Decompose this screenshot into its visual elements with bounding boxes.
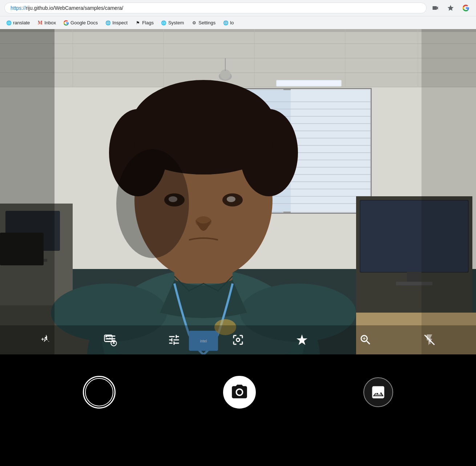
settings-icon: ⚙ bbox=[191, 20, 197, 26]
camera-icon bbox=[230, 383, 249, 401]
browser-chrome: https://riju.github.io/WebCamera/samples… bbox=[0, 0, 476, 29]
bookmark-google-docs[interactable]: Google Docs bbox=[60, 19, 101, 27]
translate-icon: 🌐 bbox=[6, 20, 12, 26]
inspect-icon: 🌐 bbox=[105, 20, 111, 26]
zoom-control[interactable] bbox=[358, 332, 374, 348]
flags-icon: ⚑ bbox=[135, 20, 141, 26]
google-docs-icon bbox=[63, 20, 69, 26]
star-icon[interactable] bbox=[445, 2, 456, 14]
svg-rect-76 bbox=[105, 336, 115, 337]
bookmark-settings-label: Settings bbox=[198, 20, 215, 25]
focus-control[interactable] bbox=[230, 332, 246, 348]
camera-viewport: intel +/- bbox=[0, 29, 476, 354]
capture-button[interactable] bbox=[223, 376, 256, 409]
browser-icons bbox=[429, 2, 472, 14]
hdr-control[interactable] bbox=[294, 332, 310, 348]
bookmark-inbox[interactable]: M Inbox bbox=[34, 19, 59, 27]
sliders-control[interactable] bbox=[166, 332, 182, 348]
bookmark-system-label: System bbox=[168, 20, 184, 25]
svg-rect-74 bbox=[421, 29, 476, 354]
flash-off-control[interactable] bbox=[421, 332, 437, 348]
system-icon: 🌐 bbox=[161, 20, 167, 26]
bookmark-settings[interactable]: ⚙ Settings bbox=[188, 19, 218, 27]
svg-point-72 bbox=[116, 149, 189, 258]
lo-icon: 🌐 bbox=[223, 20, 229, 26]
bookmark-inspect-label: Inspect bbox=[112, 20, 128, 25]
bookmark-flags[interactable]: ⚑ Flags bbox=[132, 19, 157, 27]
bookmark-lo[interactable]: 🌐 lo bbox=[220, 19, 237, 27]
url-text: riju.github.io bbox=[26, 5, 53, 11]
svg-rect-1 bbox=[0, 29, 476, 32]
gallery-button[interactable] bbox=[363, 377, 393, 407]
gallery-icon bbox=[370, 384, 386, 400]
address-bar-row: https://riju.github.io/WebCamera/samples… bbox=[0, 0, 476, 16]
timer-control[interactable] bbox=[102, 332, 118, 348]
exposure-control[interactable]: +/- bbox=[39, 332, 55, 348]
url-secure: https:// bbox=[11, 5, 26, 11]
video-button[interactable] bbox=[83, 376, 116, 409]
svg-rect-38 bbox=[277, 81, 341, 86]
svg-rect-49 bbox=[407, 272, 421, 283]
camera-bottom-bar bbox=[0, 354, 476, 430]
bookmark-google-docs-label: Google Docs bbox=[70, 20, 98, 25]
bookmark-inspect[interactable]: 🌐 Inspect bbox=[102, 19, 130, 27]
bookmark-translate-label: ranslate bbox=[13, 20, 30, 25]
google-icon[interactable] bbox=[460, 2, 472, 14]
camera-controls: +/- bbox=[0, 325, 476, 354]
address-bar[interactable]: https://riju.github.io/WebCamera/samples… bbox=[4, 3, 427, 13]
video-button-inner bbox=[85, 378, 113, 406]
bookmark-translate[interactable]: 🌐 ranslate bbox=[3, 19, 33, 27]
svg-point-67 bbox=[227, 196, 235, 202]
svg-rect-73 bbox=[0, 29, 55, 354]
bookmark-flags-label: Flags bbox=[142, 20, 154, 25]
bookmark-system[interactable]: 🌐 System bbox=[158, 19, 187, 27]
svg-text:+/-: +/- bbox=[41, 336, 48, 342]
svg-point-80 bbox=[105, 336, 107, 338]
camera-feed: intel bbox=[0, 29, 476, 354]
bookmark-inbox-label: Inbox bbox=[44, 20, 56, 25]
url-path: /WebCamera/samples/camera/ bbox=[53, 5, 124, 11]
bookmarks-bar: 🌐 ranslate M Inbox Google Docs 🌐 Inspe bbox=[0, 16, 476, 29]
inbox-icon: M bbox=[37, 20, 43, 26]
svg-point-12 bbox=[220, 69, 230, 80]
bookmark-lo-label: lo bbox=[230, 20, 234, 25]
media-icon[interactable] bbox=[429, 2, 441, 14]
